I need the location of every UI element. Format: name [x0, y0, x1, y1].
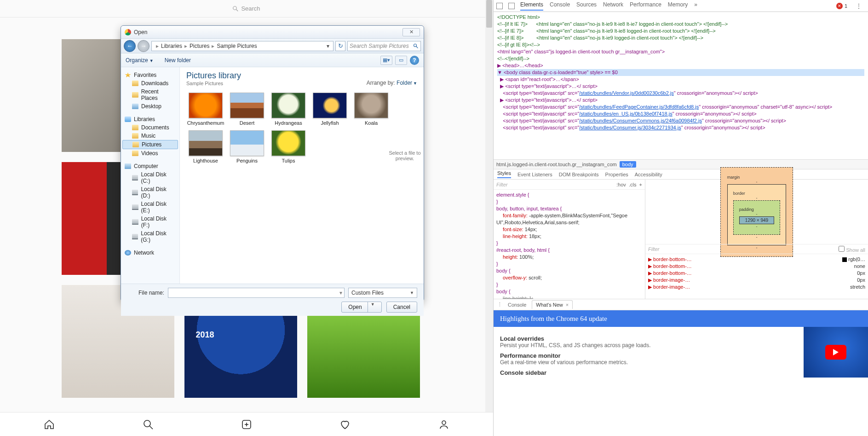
forward-button[interactable]: →	[138, 40, 149, 52]
tab-network[interactable]: Network	[603, 1, 623, 11]
file-thumb[interactable]: Chrysanthemum	[186, 93, 225, 126]
drawer-menu-icon[interactable]: ⋮	[497, 302, 502, 308]
file-thumb[interactable]: Jellyfish	[310, 93, 349, 126]
tab-performance[interactable]: Performance	[630, 1, 661, 11]
tree-item-selected[interactable]: Pictures	[122, 140, 178, 149]
tree-item[interactable]: Recent Places	[121, 87, 179, 102]
page-search-bar[interactable]: Search	[0, 0, 493, 17]
dialog-toolbar: Organize▼ New folder ▦▾ ▭ ?	[121, 53, 424, 67]
tree-group-libraries[interactable]: Libraries	[121, 114, 179, 123]
page-scrollbar[interactable]	[485, 0, 493, 436]
hov-toggle[interactable]: :hov	[616, 182, 626, 187]
tree-group-favorites[interactable]: Favorites	[121, 70, 179, 79]
file-thumb[interactable]: Tulips	[269, 130, 308, 163]
tree-item[interactable]: Desktop	[121, 102, 179, 110]
folder-icon	[132, 133, 138, 139]
devtools-menu-icon[interactable]: ⋮	[853, 2, 865, 10]
device-icon[interactable]	[508, 3, 515, 9]
file-thumb[interactable]: Desert	[228, 93, 266, 126]
preview-pane-button[interactable]: ▭	[395, 56, 407, 65]
drive-icon	[132, 204, 138, 210]
tab-overflow[interactable]: »	[694, 1, 697, 11]
close-button[interactable]: ✕	[402, 28, 420, 36]
computed-list[interactable]: ▶ border-bottom-…rgb(0…▶ border-bottom-……	[645, 254, 868, 299]
file-type-filter[interactable]: Custom Files▼	[348, 288, 417, 298]
file-thumb[interactable]: Hydrangeas	[269, 93, 308, 126]
file-thumb[interactable]: Penguins	[228, 130, 266, 163]
close-icon[interactable]: ×	[566, 302, 569, 308]
file-thumb[interactable]: Lighthouse	[186, 130, 225, 163]
view-mode-button[interactable]: ▦▾	[380, 56, 392, 65]
dialog-footer: File name: ▾ Custom Files▼ Open▼ Cancel	[121, 284, 424, 316]
library-title: Pictures library	[186, 71, 241, 81]
crumb[interactable]: Sample Pictures	[217, 43, 257, 49]
crumb[interactable]: Libraries	[161, 43, 182, 49]
preview-hint: Select a file to preview.	[389, 150, 421, 161]
drawer-tab-console[interactable]: Console	[508, 302, 526, 308]
tab-memory[interactable]: Memory	[668, 1, 688, 11]
tree-item[interactable]: Local Disk (F:)	[121, 215, 179, 229]
crumb[interactable]: Pictures	[190, 43, 209, 49]
drive-icon	[132, 219, 138, 225]
tab-accessibility[interactable]: Accessibility	[635, 172, 662, 177]
profile-icon[interactable]	[438, 419, 449, 430]
help-button[interactable]: ?	[410, 56, 419, 65]
computed-filter[interactable]: Filter	[648, 246, 659, 252]
tree-group-network[interactable]: Network	[121, 248, 179, 257]
cancel-button[interactable]: Cancel	[386, 302, 417, 313]
dom-breadcrumb[interactable]: html.js.logged-in.client-root.touch.gr__…	[494, 159, 868, 169]
tree-item[interactable]: Local Disk (D:)	[121, 185, 179, 200]
search-icon[interactable]	[143, 419, 154, 430]
tree-item[interactable]: Music	[121, 132, 179, 140]
breadcrumb[interactable]: ▸ Libraries▸ Pictures▸ Sample Pictures ▾	[151, 41, 333, 51]
tab-styles[interactable]: Styles	[497, 170, 511, 178]
tree-item[interactable]: Documents	[121, 123, 179, 132]
cls-toggle[interactable]: .cls	[629, 182, 637, 187]
styles-filter[interactable]: Filter	[496, 182, 507, 187]
folder-icon	[132, 125, 138, 130]
organize-menu[interactable]: Organize▼	[126, 57, 154, 64]
drawer-tab-whatsnew[interactable]: What's New×	[532, 300, 573, 309]
play-icon	[825, 345, 846, 360]
file-open-dialog: Open ✕ ← → ▸ Libraries▸ Pictures▸ Sample…	[121, 25, 424, 302]
arrange-by[interactable]: Arrange by: Folder▼	[367, 80, 417, 86]
folder-icon	[132, 151, 138, 156]
file-thumb[interactable]: Koala	[352, 93, 391, 126]
open-button[interactable]: Open▼	[341, 302, 381, 313]
devtools-panel: Elements Console Sources Network Perform…	[493, 0, 868, 436]
crumb-dropdown[interactable]: ▾	[325, 43, 331, 49]
show-all-checkbox[interactable]	[839, 246, 845, 252]
new-folder-button[interactable]: New folder	[165, 57, 191, 64]
add-icon[interactable]	[241, 419, 252, 430]
tree-item[interactable]: Local Disk (G:)	[121, 229, 179, 244]
tree-group-computer[interactable]: Computer	[121, 161, 179, 170]
inspect-icon[interactable]	[496, 3, 503, 9]
tab-sources[interactable]: Sources	[576, 1, 597, 11]
dom-tree[interactable]: <!DOCTYPE html><!--[if lt IE 7]> <html l…	[494, 12, 868, 159]
dialog-search[interactable]: Search Sample Pictures	[347, 41, 421, 51]
error-indicator[interactable]: ✕1	[836, 3, 847, 9]
svg-line-3	[149, 426, 153, 429]
svg-line-1	[236, 9, 238, 11]
heart-icon[interactable]	[339, 419, 351, 430]
home-icon[interactable]	[44, 419, 55, 430]
css-rules[interactable]: element.style {}…body, button, input, te…	[494, 190, 645, 299]
tab-dom-breakpoints[interactable]: DOM Breakpoints	[559, 172, 599, 177]
tab-console[interactable]: Console	[550, 1, 570, 11]
tab-properties[interactable]: Properties	[605, 172, 628, 177]
drive-icon	[132, 190, 138, 195]
dialog-titlebar[interactable]: Open ✕	[121, 26, 424, 39]
add-rule-icon[interactable]: +	[639, 182, 642, 187]
file-name-input[interactable]: ▾	[168, 288, 345, 298]
tree-item[interactable]: Downloads	[121, 79, 179, 87]
tree-item[interactable]: Videos	[121, 149, 179, 157]
tree-item[interactable]: Local Disk (E:)	[121, 200, 179, 215]
box-model[interactable]: margin- border- padding- 1290 × 949 - - …	[645, 180, 868, 244]
folder-icon	[132, 81, 138, 86]
tree-item[interactable]: Local Disk (C:)	[121, 170, 179, 185]
tab-event-listeners[interactable]: Event Listeners	[517, 172, 552, 177]
back-button[interactable]: ←	[124, 40, 136, 52]
tab-elements[interactable]: Elements	[520, 1, 543, 11]
refresh-button[interactable]: ↻	[335, 41, 345, 51]
video-thumbnail[interactable]	[804, 327, 868, 378]
